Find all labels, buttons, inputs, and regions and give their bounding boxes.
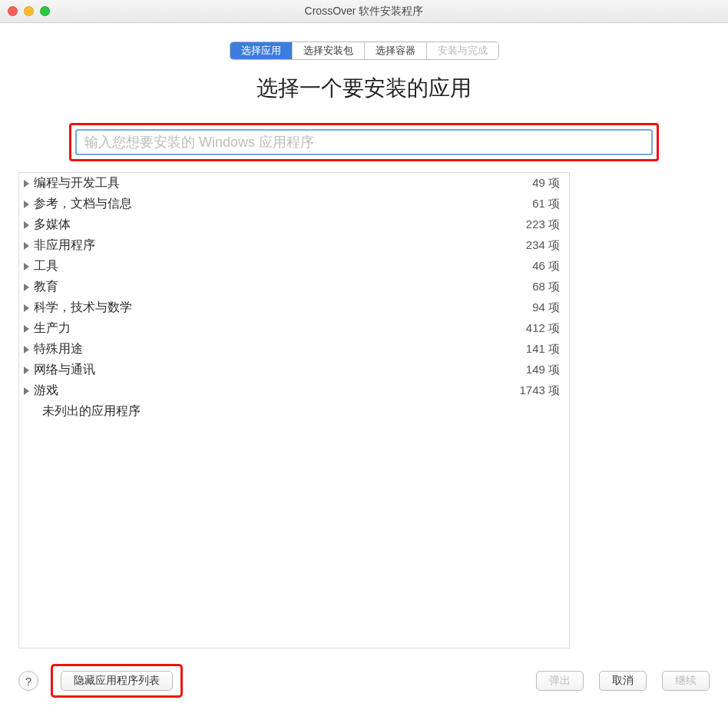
category-count: 412 项 bbox=[526, 321, 560, 336]
category-count: 223 项 bbox=[526, 217, 560, 232]
category-row[interactable]: 游戏1743 项 bbox=[19, 380, 569, 401]
category-count: 1743 项 bbox=[519, 383, 560, 398]
help-button[interactable]: ? bbox=[18, 671, 38, 691]
category-label: 生产力 bbox=[34, 320, 526, 337]
disclosure-triangle-icon[interactable] bbox=[24, 346, 29, 353]
disclosure-triangle-icon[interactable] bbox=[24, 367, 29, 374]
step-tab-0[interactable]: 选择应用 bbox=[230, 42, 293, 59]
category-row[interactable]: 编程与开发工具49 项 bbox=[19, 173, 569, 194]
category-count: 234 项 bbox=[526, 238, 560, 253]
category-count: 68 项 bbox=[532, 280, 560, 294]
category-count: 46 项 bbox=[532, 259, 560, 274]
step-tab-2[interactable]: 选择容器 bbox=[365, 42, 427, 59]
category-list[interactable]: 编程与开发工具49 项参考，文档与信息61 项多媒体223 项非应用程序234 … bbox=[18, 172, 570, 649]
step-segmented-control: 选择应用选择安装包选择容器安装与完成 bbox=[0, 41, 728, 60]
disclosure-triangle-icon[interactable] bbox=[24, 201, 29, 208]
category-label: 游戏 bbox=[34, 383, 519, 399]
category-count: 49 项 bbox=[532, 176, 560, 191]
category-row[interactable]: 网络与通讯149 项 bbox=[19, 360, 569, 380]
disclosure-triangle-icon[interactable] bbox=[24, 304, 29, 312]
window-title: CrossOver 软件安装程序 bbox=[0, 5, 728, 18]
category-count: 94 项 bbox=[532, 300, 560, 315]
step-tab-3: 安装与完成 bbox=[427, 42, 498, 59]
category-label: 网络与通讯 bbox=[34, 362, 526, 378]
category-label: 教育 bbox=[34, 279, 532, 295]
category-row[interactable]: 多媒体223 项 bbox=[19, 214, 569, 235]
step-tab-1[interactable]: 选择安装包 bbox=[293, 42, 365, 59]
disclosure-triangle-icon[interactable] bbox=[24, 263, 29, 270]
category-label: 参考，文档与信息 bbox=[34, 196, 532, 212]
category-row[interactable]: 特殊用途141 项 bbox=[19, 339, 569, 360]
category-count: 149 项 bbox=[526, 363, 560, 377]
unlisted-apps-row[interactable]: 未列出的应用程序 bbox=[19, 401, 569, 422]
category-label: 多媒体 bbox=[34, 217, 526, 233]
category-label: 特殊用途 bbox=[34, 341, 526, 357]
disclosure-triangle-icon[interactable] bbox=[24, 387, 29, 395]
category-row[interactable]: 工具46 项 bbox=[19, 256, 569, 277]
category-label: 工具 bbox=[34, 258, 532, 274]
category-label: 编程与开发工具 bbox=[34, 175, 532, 191]
disclosure-triangle-icon[interactable] bbox=[24, 325, 29, 333]
category-label: 科学，技术与数学 bbox=[34, 300, 532, 316]
category-count: 141 项 bbox=[526, 342, 560, 357]
category-row[interactable]: 非应用程序234 项 bbox=[19, 235, 569, 256]
category-row[interactable]: 教育68 项 bbox=[19, 277, 569, 297]
category-row[interactable]: 生产力412 项 bbox=[19, 318, 569, 339]
continue-button: 继续 bbox=[662, 671, 710, 691]
cancel-button[interactable]: 取消 bbox=[599, 671, 647, 691]
search-highlight-box bbox=[69, 123, 659, 161]
category-label: 非应用程序 bbox=[34, 237, 526, 254]
page-headline: 选择一个要安装的应用 bbox=[0, 74, 728, 103]
footer: ? 隐藏应用程序列表 弹出 取消 继续 bbox=[0, 664, 728, 698]
category-row[interactable]: 科学，技术与数学94 项 bbox=[19, 297, 569, 318]
disclosure-triangle-icon[interactable] bbox=[24, 180, 29, 187]
disclosure-triangle-icon[interactable] bbox=[24, 242, 29, 250]
eject-button: 弹出 bbox=[536, 671, 584, 691]
search-input[interactable] bbox=[75, 129, 653, 155]
disclosure-triangle-icon[interactable] bbox=[24, 221, 29, 229]
hide-list-highlight-box: 隐藏应用程序列表 bbox=[51, 664, 183, 698]
disclosure-triangle-icon[interactable] bbox=[24, 284, 29, 291]
category-row[interactable]: 参考，文档与信息61 项 bbox=[19, 194, 569, 214]
titlebar: CrossOver 软件安装程序 bbox=[0, 0, 728, 23]
category-count: 61 项 bbox=[532, 197, 560, 211]
hide-app-list-button[interactable]: 隐藏应用程序列表 bbox=[61, 671, 173, 691]
